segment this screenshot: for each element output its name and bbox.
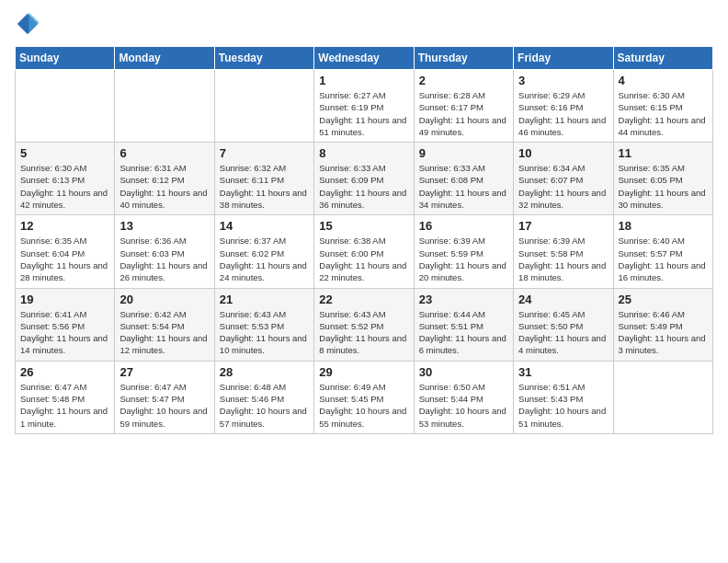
svg-marker-1 xyxy=(28,12,39,32)
calendar-table: SundayMondayTuesdayWednesdayThursdayFrid… xyxy=(15,46,713,434)
calendar-cell: 29 Sunrise: 6:49 AMSunset: 5:45 PMDaylig… xyxy=(314,361,414,433)
calendar-cell: 9 Sunrise: 6:33 AMSunset: 6:08 PMDayligh… xyxy=(414,143,513,215)
day-number: 22 xyxy=(319,293,408,306)
header-row: SundayMondayTuesdayWednesdayThursdayFrid… xyxy=(16,47,713,70)
calendar-cell xyxy=(214,70,313,143)
day-header-wednesday: Wednesday xyxy=(314,47,414,70)
calendar-cell: 26 Sunrise: 6:47 AMSunset: 5:48 PMDaylig… xyxy=(16,361,115,433)
day-info: Sunrise: 6:44 AMSunset: 5:51 PMDaylight:… xyxy=(419,308,508,357)
week-row-1: 1 Sunrise: 6:27 AMSunset: 6:19 PMDayligh… xyxy=(16,70,713,143)
day-number: 12 xyxy=(20,219,109,233)
calendar-cell: 16 Sunrise: 6:39 AMSunset: 5:59 PMDaylig… xyxy=(414,215,513,288)
day-info: Sunrise: 6:28 AMSunset: 6:17 PMDaylight:… xyxy=(419,89,508,138)
day-info: Sunrise: 6:40 AMSunset: 5:57 PMDaylight:… xyxy=(619,235,708,283)
calendar-cell: 12 Sunrise: 6:35 AMSunset: 6:04 PMDaylig… xyxy=(16,215,115,288)
day-info: Sunrise: 6:47 AMSunset: 5:47 PMDaylight:… xyxy=(119,381,209,430)
day-info: Sunrise: 6:43 AMSunset: 5:53 PMDaylight:… xyxy=(220,308,309,357)
calendar-cell: 2 Sunrise: 6:28 AMSunset: 6:17 PMDayligh… xyxy=(414,70,513,143)
day-number: 14 xyxy=(220,219,309,233)
calendar-cell xyxy=(16,70,115,143)
day-header-tuesday: Tuesday xyxy=(214,47,313,70)
day-info: Sunrise: 6:51 AMSunset: 5:43 PMDaylight:… xyxy=(518,381,608,430)
day-number: 21 xyxy=(220,293,309,306)
day-info: Sunrise: 6:33 AMSunset: 6:08 PMDaylight:… xyxy=(419,162,508,211)
calendar-cell: 5 Sunrise: 6:30 AMSunset: 6:13 PMDayligh… xyxy=(16,143,115,215)
main-container: SundayMondayTuesdayWednesdayThursdayFrid… xyxy=(0,0,728,442)
day-info: Sunrise: 6:32 AMSunset: 6:11 PMDaylight:… xyxy=(220,162,309,211)
day-info: Sunrise: 6:43 AMSunset: 5:52 PMDaylight:… xyxy=(319,308,408,357)
day-number: 15 xyxy=(319,219,408,233)
calendar-cell: 15 Sunrise: 6:38 AMSunset: 6:00 PMDaylig… xyxy=(314,215,414,288)
day-info: Sunrise: 6:39 AMSunset: 5:58 PMDaylight:… xyxy=(518,235,608,283)
calendar-cell: 25 Sunrise: 6:46 AMSunset: 5:49 PMDaylig… xyxy=(613,288,712,361)
day-info: Sunrise: 6:35 AMSunset: 6:04 PMDaylight:… xyxy=(20,235,109,283)
day-number: 30 xyxy=(419,365,508,379)
day-number: 5 xyxy=(20,146,109,160)
day-header-friday: Friday xyxy=(514,47,613,70)
day-number: 7 xyxy=(220,146,309,160)
day-info: Sunrise: 6:42 AMSunset: 5:54 PMDaylight:… xyxy=(119,308,209,357)
calendar-cell: 22 Sunrise: 6:43 AMSunset: 5:52 PMDaylig… xyxy=(314,288,414,361)
day-number: 19 xyxy=(20,293,109,306)
week-row-3: 12 Sunrise: 6:35 AMSunset: 6:04 PMDaylig… xyxy=(16,215,713,288)
day-number: 27 xyxy=(119,365,209,379)
calendar-cell: 31 Sunrise: 6:51 AMSunset: 5:43 PMDaylig… xyxy=(514,361,613,433)
day-number: 25 xyxy=(619,293,708,306)
day-info: Sunrise: 6:35 AMSunset: 6:05 PMDaylight:… xyxy=(619,162,708,211)
day-number: 18 xyxy=(619,219,708,233)
day-number: 13 xyxy=(119,219,209,233)
day-info: Sunrise: 6:36 AMSunset: 6:03 PMDaylight:… xyxy=(119,235,209,283)
day-header-sunday: Sunday xyxy=(16,47,115,70)
calendar-cell: 14 Sunrise: 6:37 AMSunset: 6:02 PMDaylig… xyxy=(214,215,313,288)
day-number: 6 xyxy=(119,146,209,160)
logo xyxy=(15,11,44,37)
day-info: Sunrise: 6:39 AMSunset: 5:59 PMDaylight:… xyxy=(419,235,508,283)
logo-icon xyxy=(15,11,40,37)
day-number: 1 xyxy=(319,74,408,87)
day-header-monday: Monday xyxy=(115,47,214,70)
day-info: Sunrise: 6:38 AMSunset: 6:00 PMDaylight:… xyxy=(319,235,408,283)
day-info: Sunrise: 6:34 AMSunset: 6:07 PMDaylight:… xyxy=(518,162,608,211)
day-number: 17 xyxy=(518,219,608,233)
calendar-cell: 19 Sunrise: 6:41 AMSunset: 5:56 PMDaylig… xyxy=(16,288,115,361)
calendar-cell xyxy=(613,361,712,433)
calendar-cell xyxy=(115,70,214,143)
day-info: Sunrise: 6:30 AMSunset: 6:15 PMDaylight:… xyxy=(619,89,708,138)
calendar-cell: 7 Sunrise: 6:32 AMSunset: 6:11 PMDayligh… xyxy=(214,143,313,215)
day-number: 26 xyxy=(20,365,109,379)
calendar-cell: 13 Sunrise: 6:36 AMSunset: 6:03 PMDaylig… xyxy=(115,215,214,288)
day-info: Sunrise: 6:48 AMSunset: 5:46 PMDaylight:… xyxy=(220,381,309,430)
day-info: Sunrise: 6:33 AMSunset: 6:09 PMDaylight:… xyxy=(319,162,408,211)
calendar-cell: 6 Sunrise: 6:31 AMSunset: 6:12 PMDayligh… xyxy=(115,143,214,215)
day-number: 29 xyxy=(319,365,408,379)
day-info: Sunrise: 6:41 AMSunset: 5:56 PMDaylight:… xyxy=(20,308,109,357)
calendar-cell: 28 Sunrise: 6:48 AMSunset: 5:46 PMDaylig… xyxy=(214,361,313,433)
day-info: Sunrise: 6:50 AMSunset: 5:44 PMDaylight:… xyxy=(419,381,508,430)
calendar-cell: 20 Sunrise: 6:42 AMSunset: 5:54 PMDaylig… xyxy=(115,288,214,361)
calendar-cell: 24 Sunrise: 6:45 AMSunset: 5:50 PMDaylig… xyxy=(514,288,613,361)
calendar-cell: 21 Sunrise: 6:43 AMSunset: 5:53 PMDaylig… xyxy=(214,288,313,361)
day-number: 24 xyxy=(518,293,608,306)
day-number: 28 xyxy=(220,365,309,379)
calendar-cell: 18 Sunrise: 6:40 AMSunset: 5:57 PMDaylig… xyxy=(613,215,712,288)
day-info: Sunrise: 6:46 AMSunset: 5:49 PMDaylight:… xyxy=(619,308,708,357)
calendar-cell: 27 Sunrise: 6:47 AMSunset: 5:47 PMDaylig… xyxy=(115,361,214,433)
day-number: 20 xyxy=(119,293,209,306)
calendar-cell: 1 Sunrise: 6:27 AMSunset: 6:19 PMDayligh… xyxy=(314,70,414,143)
day-number: 16 xyxy=(419,219,508,233)
day-number: 2 xyxy=(419,74,508,87)
calendar-cell: 17 Sunrise: 6:39 AMSunset: 5:58 PMDaylig… xyxy=(514,215,613,288)
day-info: Sunrise: 6:30 AMSunset: 6:13 PMDaylight:… xyxy=(20,162,109,211)
calendar-cell: 30 Sunrise: 6:50 AMSunset: 5:44 PMDaylig… xyxy=(414,361,513,433)
day-info: Sunrise: 6:29 AMSunset: 6:16 PMDaylight:… xyxy=(518,89,608,138)
week-row-5: 26 Sunrise: 6:47 AMSunset: 5:48 PMDaylig… xyxy=(16,361,713,433)
calendar-cell: 11 Sunrise: 6:35 AMSunset: 6:05 PMDaylig… xyxy=(613,143,712,215)
day-info: Sunrise: 6:31 AMSunset: 6:12 PMDaylight:… xyxy=(119,162,209,211)
header xyxy=(15,11,713,37)
week-row-4: 19 Sunrise: 6:41 AMSunset: 5:56 PMDaylig… xyxy=(16,288,713,361)
day-header-thursday: Thursday xyxy=(414,47,513,70)
day-number: 31 xyxy=(518,365,608,379)
day-info: Sunrise: 6:45 AMSunset: 5:50 PMDaylight:… xyxy=(518,308,608,357)
calendar-cell: 23 Sunrise: 6:44 AMSunset: 5:51 PMDaylig… xyxy=(414,288,513,361)
day-info: Sunrise: 6:49 AMSunset: 5:45 PMDaylight:… xyxy=(319,381,408,430)
